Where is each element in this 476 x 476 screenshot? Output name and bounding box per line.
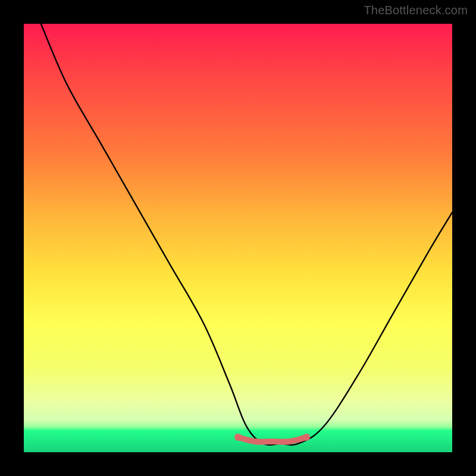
plot-area [24,24,452,452]
chart-stage: TheBottleneck.com [0,0,476,476]
green-band [24,430,452,452]
watermark: TheBottleneck.com [364,4,468,17]
